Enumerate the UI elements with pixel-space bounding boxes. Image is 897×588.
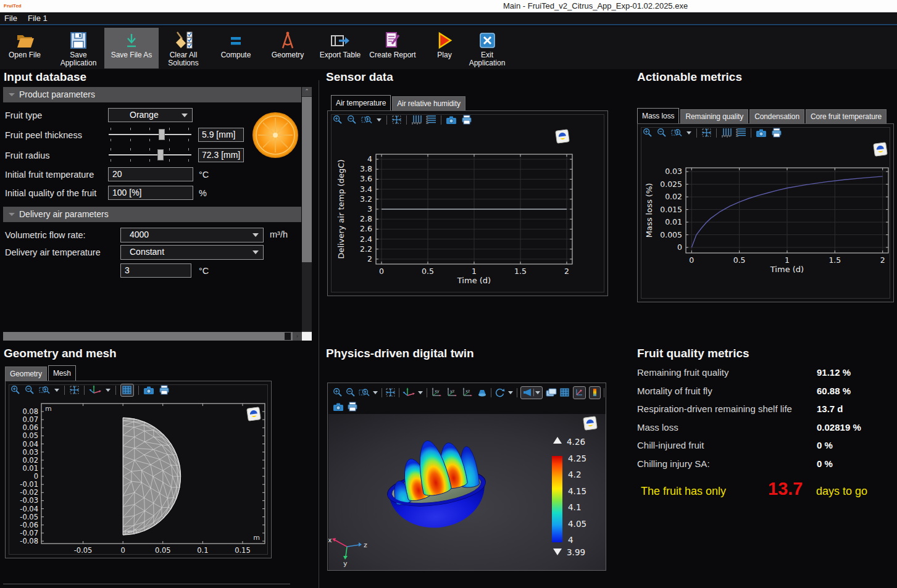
mesh-caret-button[interactable] xyxy=(54,385,60,395)
scrollbar-thumb[interactable] xyxy=(285,333,291,340)
mesh-caret-button[interactable] xyxy=(106,385,111,395)
toolbar-button-export-table[interactable]: Export Table xyxy=(313,28,367,68)
twin-view-xy-button[interactable]: xy xyxy=(430,387,443,398)
toolbar-button-create-report[interactable]: Create Report xyxy=(365,28,420,68)
sensor-printer-button[interactable] xyxy=(461,115,472,125)
sensor-graph-window[interactable]: 22.22.42.62.833.23.43.63.8400.511.52Time… xyxy=(327,110,608,296)
mesh-axis3d-button[interactable] xyxy=(89,385,101,395)
init-temp-input[interactable]: 20 xyxy=(108,167,193,181)
massloss-zoom-box-button[interactable] xyxy=(671,128,682,138)
sensor-caret-button[interactable] xyxy=(377,115,382,125)
massloss-plot[interactable]: 00.0050.010.0150.020.0250.0300.511.52Tim… xyxy=(641,143,892,300)
twin-view-xz-button[interactable]: xz xyxy=(461,387,474,398)
tab-air-temperature[interactable]: Air temperature xyxy=(331,95,391,110)
twin-caret-button[interactable] xyxy=(418,387,423,398)
scrollbar-thumb[interactable] xyxy=(302,97,312,262)
fruit-radius-slider[interactable] xyxy=(109,146,191,164)
speaker-icon[interactable] xyxy=(522,387,532,398)
toolbar-button-save-application[interactable]: Save Application xyxy=(51,28,106,68)
menu-file[interactable]: File xyxy=(0,12,23,25)
scroll-right-icon[interactable]: › xyxy=(293,332,302,341)
twin-camera-button[interactable] xyxy=(333,402,344,412)
massloss-camera-button[interactable] xyxy=(756,128,767,138)
twin-axis3d-button[interactable] xyxy=(403,387,415,398)
massloss-graph-window[interactable]: 00.0050.010.0150.020.0250.0300.511.52Tim… xyxy=(637,123,894,302)
massloss-caret-button[interactable] xyxy=(686,128,692,138)
mesh-plot[interactable]: 0.080.070.060.050.040.030.020.010-0.01-0… xyxy=(9,395,269,557)
twin-view-yz-button[interactable]: yz xyxy=(446,387,458,398)
twin-caret-button[interactable] xyxy=(373,387,378,398)
mesh-zoom-in-button[interactable] xyxy=(10,385,20,395)
toolbar-button-compute[interactable]: Compute xyxy=(209,28,263,68)
twin-scene-button[interactable] xyxy=(546,387,557,398)
toolbar-button-exit-application[interactable]: Exit Application xyxy=(460,28,514,68)
mesh-zoom-box-button[interactable] xyxy=(39,385,50,395)
massloss-grid-x-button[interactable] xyxy=(721,128,732,138)
toolbar-button-geometry[interactable]: Geometry xyxy=(261,28,315,68)
twin-zoom-in-button[interactable] xyxy=(333,387,343,398)
mesh-fit-button[interactable] xyxy=(69,385,80,395)
slider-handle[interactable] xyxy=(159,129,165,140)
tab-geometry[interactable]: Geometry xyxy=(5,366,47,381)
toolbar-button-clear-all-solutions[interactable]: Clear All Solutions xyxy=(156,28,211,68)
toolbar-button-save-file-as[interactable]: Save File As xyxy=(104,28,159,68)
svg-text:1: 1 xyxy=(472,267,477,276)
peel-thickness-value[interactable]: 5.9 [mm] xyxy=(198,128,244,142)
twin-printer-button[interactable] xyxy=(347,402,358,412)
sensor-fit-button[interactable] xyxy=(391,115,402,125)
twin-axis-glyph-button[interactable] xyxy=(573,386,586,399)
input-db-horizontal-scrollbar[interactable]: › xyxy=(3,332,302,341)
sensor-zoom-box-button[interactable] xyxy=(361,115,372,125)
tab-mass-loss[interactable]: Mass loss xyxy=(637,108,679,123)
input-db-vertical-scrollbar[interactable]: ⌃ ⌄ xyxy=(302,87,312,341)
twin-3d-scene[interactable]: x y z4.264.254.24.154.14.0543.99 xyxy=(328,414,606,570)
massloss-zoom-in-button[interactable] xyxy=(643,128,653,138)
massloss-printer-button[interactable] xyxy=(771,128,782,138)
fruit-type-combo[interactable]: Orange xyxy=(108,108,193,122)
massloss-grid-y-button[interactable] xyxy=(736,128,746,138)
tab-condensation[interactable]: Condensation xyxy=(749,109,804,123)
mesh-zoom-out-button[interactable] xyxy=(25,385,35,395)
menu-file-1[interactable]: File 1 xyxy=(23,12,54,25)
sensor-zoom-in-button[interactable] xyxy=(333,115,343,125)
massloss-fit-button[interactable] xyxy=(701,128,712,138)
fruit-radius-value[interactable]: 72.3 [mm] xyxy=(198,148,244,162)
tab-mesh[interactable]: Mesh xyxy=(48,365,76,381)
delivery-temp-value-input[interactable]: 3 xyxy=(120,263,191,278)
mesh-camera-button[interactable] xyxy=(143,385,154,395)
scroll-up-icon[interactable]: ⌃ xyxy=(302,87,312,96)
twin-perspective-button[interactable] xyxy=(477,387,488,398)
sensor-plot[interactable]: 22.22.42.62.833.23.43.63.8400.511.52Time… xyxy=(333,130,604,294)
section-product-parameters[interactable]: Product parameters xyxy=(3,87,301,102)
sensor-zoom-out-button[interactable] xyxy=(347,115,357,125)
toolbar-button-open-file[interactable]: Open File xyxy=(0,28,52,68)
twin-colorbar-glyph-button[interactable] xyxy=(589,386,601,399)
sensor-camera-button[interactable] xyxy=(446,115,457,125)
section-delivery-air-parameters[interactable]: Delivery air parameters xyxy=(3,207,301,222)
massloss-zoom-out-button[interactable] xyxy=(657,128,667,138)
twin-caret-button[interactable] xyxy=(508,387,514,398)
sensor-grid-x-button[interactable] xyxy=(411,115,422,125)
twin-graph-window[interactable]: xyyzxz x y z4.264.254.24.154.14.0543.99 xyxy=(327,383,606,571)
tab-core-fruit-temperature[interactable]: Core fruit temperature xyxy=(806,109,887,123)
svg-text:1.5: 1.5 xyxy=(514,267,527,276)
flow-rate-combo[interactable]: 4000 xyxy=(120,228,264,242)
tab-remaining-quality[interactable]: Remaining quality xyxy=(680,109,748,123)
mesh-printer-button[interactable] xyxy=(159,385,170,395)
toolbar-separator xyxy=(517,388,517,397)
twin-view-preset-group[interactable] xyxy=(520,386,543,399)
twin-zoom-box-button[interactable] xyxy=(359,387,370,398)
slider-handle[interactable] xyxy=(157,149,164,160)
twin-fit-button[interactable] xyxy=(385,387,396,398)
tab-air-relative-humidity[interactable]: Air relative humidity xyxy=(392,96,465,110)
sensor-grid-y-button[interactable] xyxy=(426,115,436,125)
chevron-down-icon[interactable] xyxy=(535,387,541,398)
twin-zoom-out-button[interactable] xyxy=(346,387,356,398)
twin-grid-blue-button[interactable] xyxy=(560,387,570,398)
peel-thickness-slider[interactable] xyxy=(109,126,191,143)
twin-rotate-button[interactable] xyxy=(494,387,505,398)
mesh-graph-window[interactable]: 0.080.070.060.050.040.030.020.010-0.01-0… xyxy=(5,381,272,558)
delivery-temp-combo[interactable]: Constant xyxy=(120,245,264,260)
init-quality-input[interactable]: 100 [%] xyxy=(108,186,193,200)
column-divider[interactable] xyxy=(319,80,319,588)
